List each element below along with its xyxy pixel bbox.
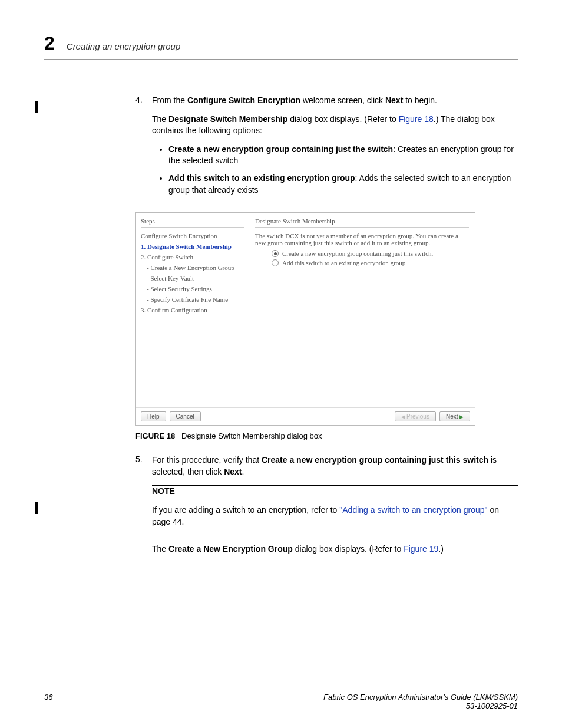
radio-label: Create a new encryption group containing… xyxy=(282,250,433,257)
note-text: If you are adding a switch to an encrypt… xyxy=(152,505,518,528)
chapter-number: 2 xyxy=(44,32,55,54)
page-number: 36 xyxy=(44,693,52,710)
next-button[interactable]: Next ▶ xyxy=(439,411,470,421)
wizard-steps-sidebar: Steps Configure Switch Encryption 1. Des… xyxy=(136,213,249,407)
sidebar-item: - Select Security Settings xyxy=(141,285,244,292)
figure-18-caption: FIGURE 18 Designate Switch Membership di… xyxy=(135,431,518,440)
sidebar-item: 2. Configure Switch xyxy=(141,253,244,261)
step-5-line-1: For this procedure, verify that Create a… xyxy=(152,454,518,477)
help-button[interactable]: Help xyxy=(141,411,166,421)
radio-icon xyxy=(272,250,279,257)
figure-18-dialog: Steps Configure Switch Encryption 1. Des… xyxy=(135,212,475,426)
sidebar-item: 3. Confirm Configuration xyxy=(141,307,244,314)
radio-add-to-existing[interactable]: Add this switch to an existing encryptio… xyxy=(272,259,469,266)
dialog-intro-text: The switch DCX is not yet a member of an… xyxy=(255,232,469,246)
page-header: 2 Creating an encryption group xyxy=(44,32,518,60)
doc-id: 53-1002925-01 xyxy=(466,701,518,710)
step-5-line-2: The Create a New Encryption Group dialog… xyxy=(152,543,518,555)
adding-switch-link[interactable]: "Adding a switch to an encryption group" xyxy=(339,505,487,515)
sidebar-item: - Create a New Encryption Group xyxy=(141,264,244,271)
step-4-line-2: The Designate Switch Membership dialog b… xyxy=(152,114,518,137)
step-5: 5. For this procedure, verify that Creat… xyxy=(135,454,518,562)
sidebar-item: - Select Key Vault xyxy=(141,275,244,282)
sidebar-item-current: 1. Designate Switch Membership xyxy=(141,243,244,250)
step-4-line-1: From the Configure Switch Encryption wel… xyxy=(152,95,518,107)
sidebar-title: Steps xyxy=(141,216,244,228)
figure-19-link[interactable]: Figure 19 xyxy=(404,544,438,554)
radio-label: Add this switch to an existing encryptio… xyxy=(282,259,407,266)
doc-title: Fabric OS Encryption Administrator's Gui… xyxy=(323,693,518,701)
note-block: NOTE If you are adding a switch to an en… xyxy=(152,485,518,535)
cancel-button[interactable]: Cancel xyxy=(170,411,201,421)
sidebar-item: Configure Switch Encryption xyxy=(141,232,244,239)
radio-icon xyxy=(272,259,279,266)
dialog-title: Designate Switch Membership xyxy=(255,216,469,228)
note-title: NOTE xyxy=(152,486,518,498)
sidebar-item: - Specify Certificate File Name xyxy=(141,296,244,303)
step-number: 5. xyxy=(135,454,152,562)
step-number: 4. xyxy=(135,95,152,206)
step-4: 4. From the Configure Switch Encryption … xyxy=(135,95,518,206)
section-title: Creating an encryption group xyxy=(67,41,180,51)
bullet-create-group: Create a new encryption group containing… xyxy=(168,144,518,167)
figure-18-link[interactable]: Figure 18 xyxy=(399,114,434,124)
bullet-add-switch: Add this switch to an existing encryptio… xyxy=(168,173,518,196)
radio-create-new-group[interactable]: Create a new encryption group containing… xyxy=(272,250,469,257)
page-footer: 36 Fabric OS Encryption Administrator's … xyxy=(44,693,518,710)
previous-button[interactable]: ◀ Previous xyxy=(395,411,436,421)
